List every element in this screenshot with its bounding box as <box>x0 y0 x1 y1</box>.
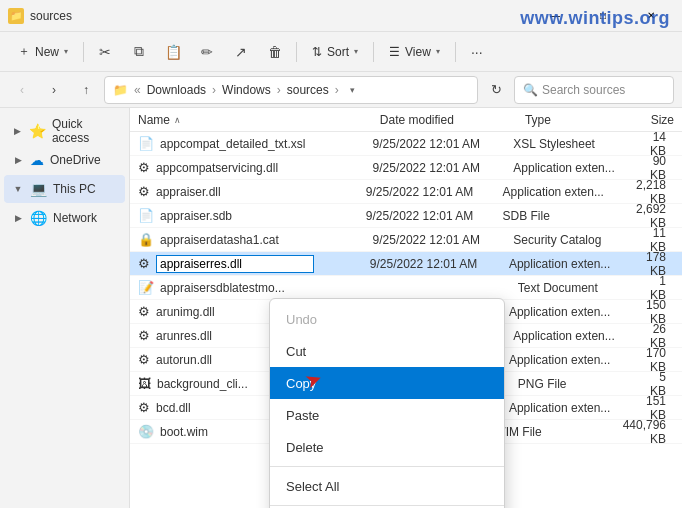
refresh-button[interactable]: ↻ <box>482 76 510 104</box>
column-name[interactable]: Name ∧ <box>138 113 380 127</box>
table-row[interactable]: 📄appcompat_detailed_txt.xsl9/25/2022 12:… <box>130 132 682 156</box>
sidebar-item-this-pc[interactable]: ▼ 💻 This PC <box>4 175 125 203</box>
more-button[interactable]: ··· <box>461 36 493 68</box>
path-sep-2: › <box>277 83 281 97</box>
view-icon: ☰ <box>389 45 400 59</box>
cut-button[interactable]: ✂ <box>89 36 121 68</box>
file-icon: ⚙ <box>138 328 150 343</box>
sort-chevron-icon: ▾ <box>354 47 358 56</box>
path-dropdown-icon[interactable]: ▾ <box>345 82 361 98</box>
file-modified: 9/25/2022 12:01 AM <box>373 137 514 151</box>
table-row[interactable]: ⚙appraiser.dll9/25/2022 12:01 AMApplicat… <box>130 180 682 204</box>
file-modified: 9/25/2022 12:01 AM <box>373 233 514 247</box>
title-bar-icon: 📁 <box>8 8 24 24</box>
minimize-button[interactable]: — <box>532 0 578 32</box>
table-row[interactable]: 📄appraiser.sdb9/25/2022 12:01 AMSDB File… <box>130 204 682 228</box>
maximize-button[interactable]: □ <box>580 0 626 32</box>
file-name-input[interactable] <box>156 255 314 273</box>
back-button[interactable]: ‹ <box>8 76 36 104</box>
file-icon: ⚙ <box>138 160 150 175</box>
file-size: 440,796 KB <box>610 418 674 446</box>
separator-2 <box>296 42 297 62</box>
file-type: Application exten... <box>509 305 630 319</box>
file-name-cell: ⚙ <box>138 255 370 273</box>
path-sources[interactable]: sources <box>287 83 329 97</box>
paste-button[interactable]: 📋 <box>157 36 189 68</box>
sidebar-item-network[interactable]: ▶ 🌐 Network <box>4 204 125 232</box>
forward-button[interactable]: › <box>40 76 68 104</box>
file-type: Application exten... <box>509 257 630 271</box>
share-button[interactable]: ↗ <box>225 36 257 68</box>
file-icon: 💿 <box>138 424 154 439</box>
quick-access-label: Quick access <box>52 117 117 145</box>
context-menu-item[interactable]: Copy <box>270 367 504 399</box>
separator-4 <box>455 42 456 62</box>
table-row[interactable]: ⚙appcompatservicing.dll9/25/2022 12:01 A… <box>130 156 682 180</box>
context-menu-separator <box>270 466 504 467</box>
file-modified: 9/25/2022 12:01 AM <box>373 161 514 175</box>
file-name-text: appraiserdatasha1.cat <box>160 233 279 247</box>
file-type: Application exten... <box>509 401 630 415</box>
file-type: Security Catalog <box>513 233 635 247</box>
path-sep-3: › <box>335 83 339 97</box>
column-size[interactable]: Size <box>651 113 674 127</box>
rename-button[interactable]: ✏ <box>191 36 223 68</box>
file-type: Application exten... <box>513 161 635 175</box>
this-pc-label: This PC <box>53 182 96 196</box>
copy-button[interactable]: ⧉ <box>123 36 155 68</box>
context-menu-item[interactable]: Cut <box>270 335 504 367</box>
file-type: Application exten... <box>509 353 630 367</box>
file-name-cell: 📄appraiser.sdb <box>138 208 366 223</box>
sidebar-item-onedrive[interactable]: ▶ ☁ OneDrive <box>4 146 125 174</box>
column-modified[interactable]: Date modified <box>380 113 525 127</box>
file-icon: 📄 <box>138 136 154 151</box>
file-name-text: appcompat_detailed_txt.xsl <box>160 137 305 151</box>
path-sep-1: › <box>212 83 216 97</box>
view-button[interactable]: ☰ View ▾ <box>379 36 450 68</box>
up-button[interactable]: ↑ <box>72 76 100 104</box>
file-name-cell: ⚙appcompatservicing.dll <box>138 160 373 175</box>
file-type: Application exten... <box>503 185 621 199</box>
file-name-text: bcd.dll <box>156 401 191 415</box>
separator-1 <box>83 42 84 62</box>
file-name-text: appraiser.sdb <box>160 209 232 223</box>
file-type: PNG File <box>518 377 641 391</box>
title-bar-controls: — □ ✕ <box>532 0 674 32</box>
search-icon: 🔍 <box>523 83 538 97</box>
file-name-text: appcompatservicing.dll <box>156 161 278 175</box>
search-box[interactable]: 🔍 Search sources <box>514 76 674 104</box>
onedrive-icon: ☁ <box>30 152 44 168</box>
sidebar-item-quick-access[interactable]: ▶ ⭐ Quick access <box>4 117 125 145</box>
file-name-text: autorun.dll <box>156 353 212 367</box>
table-row[interactable]: 📝appraisersdblatestmo...Text Document1 K… <box>130 276 682 300</box>
context-menu-item[interactable]: Paste <box>270 399 504 431</box>
sort-icon: ⇅ <box>312 45 322 59</box>
address-path[interactable]: 📁 « Downloads › Windows › sources › ▾ <box>104 76 478 104</box>
file-name-text: boot.wim <box>160 425 208 439</box>
file-icon: 📝 <box>138 280 154 295</box>
close-button[interactable]: ✕ <box>628 0 674 32</box>
context-menu-item[interactable]: Select All <box>270 470 504 502</box>
onedrive-label: OneDrive <box>50 153 101 167</box>
delete-button[interactable]: 🗑 <box>259 36 291 68</box>
new-button[interactable]: ＋ New ▾ <box>8 36 78 68</box>
network-label: Network <box>53 211 97 225</box>
file-icon: ⚙ <box>138 304 150 319</box>
file-name-text: appraisersdblatestmo... <box>160 281 285 295</box>
view-chevron-icon: ▾ <box>436 47 440 56</box>
context-menu-item[interactable]: Delete <box>270 431 504 463</box>
table-row[interactable]: ⚙9/25/2022 12:01 AMApplication exten...1… <box>130 252 682 276</box>
quick-access-expand-icon: ▶ <box>12 125 23 137</box>
file-icon: ⚙ <box>138 400 150 415</box>
column-type[interactable]: Type <box>525 113 651 127</box>
file-icon: ⚙ <box>138 184 150 199</box>
path-windows[interactable]: Windows <box>222 83 271 97</box>
file-type: WIM File <box>494 425 610 439</box>
table-row[interactable]: 🔒appraiserdatasha1.cat9/25/2022 12:01 AM… <box>130 228 682 252</box>
path-separator-0: « <box>134 83 141 97</box>
file-name-cell: 📄appcompat_detailed_txt.xsl <box>138 136 373 151</box>
sort-button[interactable]: ⇅ Sort ▾ <box>302 36 368 68</box>
context-menu-item: Undo <box>270 303 504 335</box>
title-bar: 📁 sources — □ ✕ <box>0 0 682 32</box>
path-downloads[interactable]: Downloads <box>147 83 206 97</box>
